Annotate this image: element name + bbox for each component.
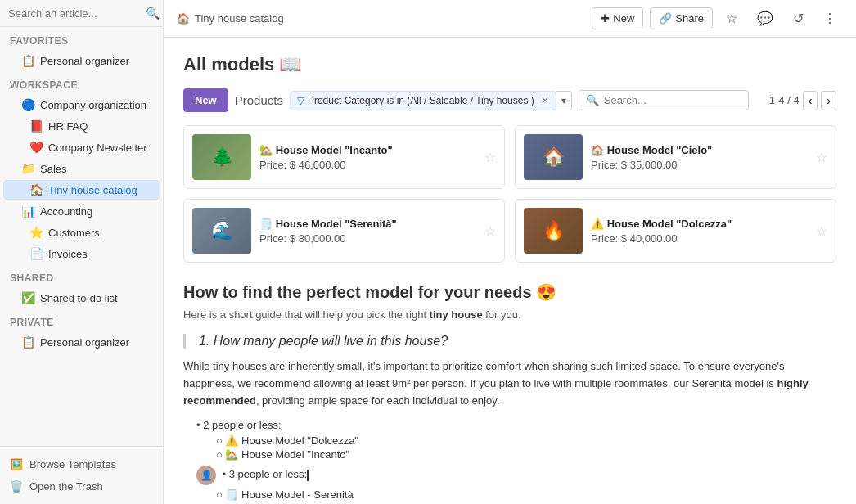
search-filter-icon: 🔍 [586,94,599,106]
guide-subtitle-post: for you. [483,308,521,321]
body-text-1: While tiny houses are inherently small, … [183,358,836,409]
product-card-serenita[interactable]: 🌊 🗒️ House Model "Serenità" Price: $ 80,… [183,199,505,263]
hr-faq-icon: 📕 [29,119,43,133]
product-price-serenita: Price: $ 80,000.00 [259,232,476,245]
sidebar-item-accounting[interactable]: 📊 Accounting [3,201,160,221]
sidebar-item-company-newsletter[interactable]: ❤️ Company Newsletter [3,137,160,157]
sidebar-item-hr-faq[interactable]: 📕 HR FAQ [3,116,160,136]
open-trash-label: Open the Trash [29,480,103,493]
product-price-dolcezza: Price: $ 40,000.00 [591,232,808,245]
product-thumb-dolcezza: 🔥 [524,208,583,254]
sidebar-item-label: Accounting [40,205,92,218]
pagination-prev-button[interactable]: ‹ [803,91,818,110]
filter-caret-button[interactable]: ▾ [556,91,572,110]
sidebar-item-label: Personal organizer [40,55,129,67]
list-bullet-1: • 2 people or less: [196,419,836,431]
product-thumb-incanto: 🌲 [192,134,251,180]
sidebar-bottom: 🖼️ Browse Templates 🗑️ Open the Trash [0,446,163,504]
sidebar-item-shared-todo[interactable]: ✅ Shared to-do list [3,288,160,308]
product-price-incanto: Price: $ 46,000.00 [259,159,476,171]
list-bullet-2: 👤 • 3 people or less: [196,466,836,485]
favorites-section-title: Favorites [0,27,163,50]
search-filter-box[interactable]: 🔍 [579,90,749,110]
product-thumb-cielo: 🏠 [524,134,583,180]
topbar-actions: ✚ New 🔗 Share ☆ 💬 ↺ ⋮ [592,7,843,30]
product-thumb-serenita: 🌊 [192,208,251,254]
guide-title: How to find the perfect model for your n… [183,282,836,302]
invoices-icon: 📄 [29,247,43,260]
filter-tag-text: Product Category is in (All / Saleable /… [308,95,534,106]
search-filter-input[interactable] [604,94,741,106]
accounting-icon: 📊 [21,205,35,218]
pagination: 1-4 / 4 ‹ › [769,91,836,110]
sidebar-item-company-organization[interactable]: 🔵 Company organization [3,95,160,115]
trash-icon: 🗑️ [10,480,23,493]
product-thumb-img-dolcezza: 🔥 [524,208,583,254]
content-area: All models 📖 New Products ▽ Product Cate… [164,38,856,504]
new-button-label: New [613,12,634,25]
share-button[interactable]: 🔗 Share [650,7,713,29]
organizer-priv-icon: 📋 [21,335,35,349]
share-button-label: Share [675,12,704,25]
sidebar-item-personal-organizer-fav[interactable]: 📋 Personal organizer [3,51,160,70]
product-star-dolcezza[interactable]: ☆ [816,223,827,239]
open-trash-button[interactable]: 🗑️ Open the Trash [0,475,163,497]
list-item: ○ ⚠️ House Model "Dolcezza" [216,434,836,447]
sidebar-item-sales[interactable]: 📁 Sales [3,159,160,178]
product-name-cielo: 🏠 House Model "Cielo" [591,144,808,156]
sidebar-item-label: HR FAQ [48,120,88,133]
product-name-dolcezza: ⚠️ House Model "Dolcezza" [591,218,808,230]
star-button[interactable]: ☆ [719,7,744,30]
product-card-dolcezza[interactable]: 🔥 ⚠️ House Model "Dolcezza" Price: $ 40,… [515,199,836,263]
sidebar-item-label: Shared to-do list [40,292,118,304]
sales-icon: 📁 [21,162,35,175]
search-icon: 🔍 [146,7,160,20]
history-button[interactable]: ↺ [786,7,810,30]
customers-icon: ⭐ [29,226,43,239]
browse-templates-label: Browse Templates [29,458,116,470]
comments-button[interactable]: 💬 [750,7,780,30]
new-button[interactable]: ✚ New [592,7,643,29]
filter-funnel-icon: ▽ [297,95,304,106]
guide-subtitle-pre: Here is a short guide that will help you… [183,308,430,321]
product-price-cielo: Price: $ 35,000.00 [591,159,808,171]
sidebar-item-label: Tiny house catalog [48,184,137,196]
list-item: ○ 🗒️ House Model - Serenità [216,488,836,501]
list-section: • 2 people or less: ○ ⚠️ House Model "Do… [196,419,836,501]
sidebar-item-label: Company organization [40,99,146,111]
sidebar-item-personal-organizer-priv[interactable]: 📋 Personal organizer [3,332,160,352]
sidebar-item-invoices[interactable]: 📄 Invoices [3,244,160,263]
sidebar-item-label: Company Newsletter [48,142,147,154]
products-toolbar: New Products ▽ Product Category is in (A… [183,88,836,112]
product-card-cielo[interactable]: 🏠 🏠 House Model "Cielo" Price: $ 35,000.… [515,125,836,189]
search-input[interactable] [8,7,146,20]
guide-subtitle: Here is a short guide that will help you… [183,308,836,321]
product-thumb-img-cielo: 🏠 [524,134,583,180]
more-options-button[interactable]: ⋮ [817,7,843,30]
page-title: All models 📖 [183,54,836,75]
pagination-next-button[interactable]: › [821,91,836,110]
guide-blockquote: 1. How many people will live in this hou… [183,334,836,349]
sidebar-item-tiny-house-catalog[interactable]: 🏠 Tiny house catalog [3,180,160,200]
product-star-cielo[interactable]: ☆ [816,150,827,165]
sub-list-1: ○ ⚠️ House Model "Dolcezza" ○ 🏡 House Mo… [216,434,836,461]
product-star-serenita[interactable]: ☆ [484,223,496,239]
breadcrumb-text: Tiny house catalog [195,12,284,25]
product-star-incanto[interactable]: ☆ [484,150,496,165]
product-info-serenita: 🗒️ House Model "Serenità" Price: $ 80,00… [259,218,476,245]
sidebar-item-label: Sales [40,163,67,175]
workspace-section-title: Workspace [0,71,163,94]
product-card-incanto[interactable]: 🌲 🏡 House Model "Incanto" Price: $ 46,00… [183,125,505,189]
share-icon: 🔗 [659,12,672,25]
sidebar-item-customers[interactable]: ⭐ Customers [3,223,160,242]
avatar: 👤 [196,466,216,485]
organizer-icon: 📋 [21,54,35,67]
sidebar-item-label: Personal organizer [40,336,129,349]
products-new-button[interactable]: New [183,88,228,112]
list-item: ○ 🏡 House Model "Incanto" [216,448,836,461]
filter-close-icon[interactable]: ✕ [541,95,549,106]
browse-templates-button[interactable]: 🖼️ Browse Templates [0,453,163,475]
company-icon: 🔵 [21,98,35,111]
sidebar-search-container[interactable]: 🔍 [0,0,163,27]
newsletter-icon: ❤️ [29,141,43,154]
